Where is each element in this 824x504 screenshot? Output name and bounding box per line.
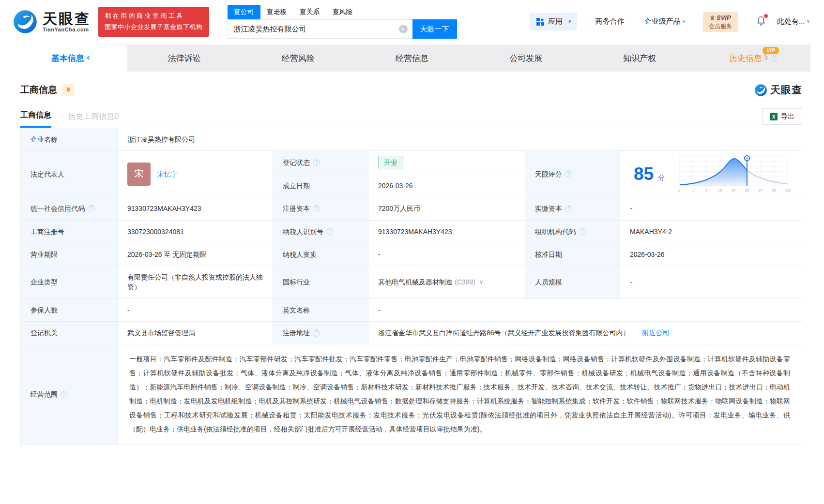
help-icon[interactable]: ? [313, 159, 320, 166]
tab-company-development[interactable]: 公司发展 [469, 44, 583, 72]
slogan-line1: 都在用的商业查询工具 [105, 11, 203, 22]
help-icon[interactable]: ? [771, 55, 778, 62]
help-icon[interactable]: ? [565, 205, 572, 212]
business-scope-value: 一般项目：汽车零部件及配件制造；汽车零部件研发；汽车零配件批发；汽车零配件零售；… [118, 344, 802, 444]
caret-down-icon: ▾ [568, 18, 571, 25]
tab-intellectual-property[interactable]: 知识产权 [583, 44, 697, 72]
divider [746, 16, 746, 27]
notification-bell-button[interactable] [756, 15, 766, 28]
table-row: 企业名称 浙江凌昊热控有限公司 [21, 128, 802, 151]
tab-basic-info[interactable]: 基本信息 4 [14, 44, 127, 72]
caret-down-icon: ▾ [682, 18, 685, 25]
section-header: 工商信息 天眼查 [20, 83, 802, 97]
svip-member-button[interactable]: ♛ SVIP 会员服务 [703, 12, 738, 32]
reg-capital-label: 注册资本 ? [273, 197, 368, 220]
apps-menu-button[interactable]: 应用 ▾ [530, 13, 578, 30]
brand-slogan-badge: 都在用的商业查询工具 国家中小企业发展子基金旗下机构 [98, 7, 209, 37]
search-tabs: 查公司 查老板 查关系 查风险 [228, 5, 457, 19]
chevron-down-icon[interactable]: ∨ [479, 278, 484, 286]
help-icon[interactable]: ? [326, 228, 334, 235]
table-row: 企业类型 有限责任公司（非自然人投资或控股的法人独资） 国标行业 其他电气机械及… [21, 266, 802, 299]
approval-date-value: 2026-03-26 [620, 243, 802, 266]
subtab-business-info[interactable]: 工商信息 [20, 110, 51, 128]
legal-rep-link[interactable]: 宋忆宁 [157, 169, 178, 179]
help-icon[interactable]: ? [565, 170, 572, 178]
reg-capital-value: 7200万人民币 [368, 197, 525, 220]
top-header: 天眼查 TianYanCha.com 都在用的商业查询工具 国家中小企业发展子基… [0, 0, 824, 44]
table-row: 统一社会信用代码 ? 91330723MAKAH3Y423 注册资本 ? 720… [21, 197, 802, 220]
org-code-label-text: 组织机构代码 [535, 227, 576, 237]
search-tab-company[interactable]: 查公司 [228, 5, 260, 19]
credit-code-label-text: 统一社会信用代码 [31, 204, 85, 213]
watermark-text: 天眼查 [770, 83, 802, 97]
staff-size-label: 人员规模 [525, 266, 620, 299]
reg-address-label: 注册地址 ? [273, 322, 368, 344]
search-input[interactable] [228, 19, 412, 39]
avatar: 宋 [127, 163, 151, 186]
score-cell[interactable]: 85 分 [620, 151, 802, 197]
tab-operating-risk[interactable]: 经营风险 [241, 44, 355, 72]
tab-legal[interactable]: 法律诉讼 [127, 44, 241, 72]
subtab-history-business-info[interactable]: 历史工商信息0 [68, 112, 119, 128]
enterprise-label: 企业级产品 [644, 17, 680, 26]
legal-rep-cell: 宋 宋忆宁 [118, 151, 273, 197]
reg-address-value: 浙江省金华市武义县白洋街道牡丹路86号（武义经开产业发展投资集团有限公司内） 附… [368, 322, 802, 344]
table-row: 登记机关 武义县市场监督管理局 注册地址 ? 浙江省金华市武义县白洋街道牡丹路8… [21, 322, 802, 344]
org-code-value: MAKAH3Y4-2 [620, 221, 802, 243]
search-tab-boss[interactable]: 查老板 [260, 5, 293, 19]
legal-rep-label: 法定代表人 [21, 151, 118, 197]
vip-badge: VIP [763, 47, 779, 54]
industry-name: 其他电气机械及器材制造 [378, 277, 453, 287]
search-block: 查公司 查老板 查关系 查风险 ✕ 天眼一下 [228, 5, 457, 39]
cooperation-label: 商务合作 [595, 17, 624, 26]
staff-size-value: - [620, 266, 802, 299]
paid-capital-label: 实缴资本 ? [525, 197, 620, 220]
establish-date-value: 2026-03-26 [368, 174, 525, 197]
table-row: 参保人数 - 英文名称 - [21, 299, 802, 322]
help-icon[interactable]: ? [313, 329, 320, 337]
company-name-value: 浙江凌昊热控有限公司 [118, 128, 802, 151]
search-tab-relation[interactable]: 查关系 [293, 5, 326, 19]
tick-label: 1 [692, 188, 694, 193]
business-info-table: 企业名称 浙江凌昊热控有限公司 法定代表人 宋 宋忆宁 登记状态 ? 开业 天眼… [20, 128, 802, 445]
subscribe-bell-button[interactable] [62, 84, 75, 96]
tianyancha-logo[interactable]: 天眼查 TianYanCha.com [13, 9, 91, 34]
bell-icon [65, 87, 72, 93]
business-cooperation-link[interactable]: 商务合作 [593, 17, 626, 26]
taxpayer-quality-label: 纳税人资质 [273, 243, 368, 266]
industry-code: (C389) [455, 277, 475, 287]
table-row: 营业期限 2026-03-26 至 无固定期限 纳税人资质 - 核准日期 202… [21, 243, 802, 266]
insured-count-value: - [118, 299, 273, 322]
notification-dot [764, 14, 768, 18]
reg-status-value: 开业 [368, 151, 525, 174]
business-scope-label-text: 经营范围 [31, 389, 58, 399]
help-icon[interactable]: ? [88, 205, 95, 212]
apps-label: 应用 [548, 17, 563, 26]
clear-search-icon[interactable]: ✕ [399, 25, 408, 33]
taxpayer-id-label: 纳税人识别号 ? [273, 221, 368, 243]
score-distribution-chart: 0 1 3 15 50 85 97 99 100 [675, 154, 792, 194]
company-type-value: 有限责任公司（非自然人投资或控股的法人独资） [118, 266, 273, 299]
taxpayer-id-label-text: 纳税人识别号 [283, 227, 323, 237]
tick-label: 50 [732, 188, 735, 193]
help-icon[interactable]: ? [579, 228, 586, 235]
business-term-label: 营业期限 [21, 243, 118, 266]
enterprise-products-link[interactable]: 企业级产品 ▾ [642, 17, 687, 26]
help-icon[interactable]: ? [61, 391, 68, 398]
taxpayer-quality-value: - [368, 243, 525, 266]
reg-authority-label: 登记机关 [21, 322, 118, 344]
more-menu-link[interactable]: 此处有... ▾ [775, 17, 811, 26]
search-tab-risk[interactable]: 查风险 [326, 5, 359, 19]
more-label: 此处有... [777, 17, 805, 26]
tab-basic-label: 基本信息 [51, 53, 84, 64]
search-button[interactable]: 天眼一下 [412, 19, 457, 39]
table-row: 法定代表人 宋 宋忆宁 登记状态 ? 开业 天眼评分 ? 85 分 [21, 151, 802, 197]
tab-history-info[interactable]: VIP 历史信息 3 ? [697, 44, 810, 72]
tab-development-label: 公司发展 [509, 53, 542, 64]
org-code-label: 组织机构代码 ? [525, 221, 620, 243]
help-icon[interactable]: ? [313, 205, 320, 212]
export-button[interactable]: X 导出 [762, 108, 802, 125]
top-nav: 应用 ▾ 商务合作 企业级产品 ▾ ♛ SVIP 会员服务 [530, 12, 811, 32]
nearby-companies-link[interactable]: 附近公司 [642, 328, 670, 338]
tab-operating-info[interactable]: 经营信息 [355, 44, 469, 72]
